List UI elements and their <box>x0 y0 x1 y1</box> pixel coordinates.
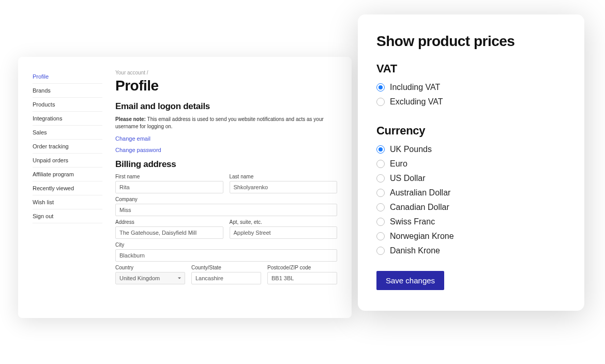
county-input[interactable] <box>191 272 261 284</box>
radio-icon <box>376 145 385 154</box>
apt-label: Apt, suite, etc. <box>230 219 338 225</box>
sidebar-item-sign-out[interactable]: Sign out <box>33 209 102 223</box>
vat-option-including[interactable]: Including VAT <box>376 83 566 92</box>
address-label: Address <box>115 219 223 225</box>
city-input[interactable] <box>115 249 337 262</box>
email-section-heading: Email and logon details <box>115 101 337 112</box>
radio-icon <box>376 98 385 106</box>
currency-option-swiss-franc[interactable]: Swiss Franc <box>376 217 566 226</box>
sidebar: Profile Brands Products Integrations Sal… <box>33 70 102 223</box>
radio-icon <box>376 247 385 255</box>
radio-icon <box>376 189 385 197</box>
sidebar-item-integrations[interactable]: Integrations <box>33 112 102 126</box>
vat-heading: VAT <box>376 62 566 75</box>
radio-icon <box>376 160 385 168</box>
sidebar-item-wish-list[interactable]: Wish list <box>33 195 102 209</box>
sidebar-item-order-tracking[interactable]: Order tracking <box>33 140 102 154</box>
county-label: County/State <box>191 265 261 270</box>
currency-option-label: Euro <box>390 159 407 169</box>
vat-option-label: Including VAT <box>390 83 440 92</box>
radio-icon <box>376 203 385 211</box>
first-name-input[interactable] <box>115 181 223 193</box>
currency-heading: Currency <box>376 124 566 138</box>
currency-option-label: UK Pounds <box>390 145 432 154</box>
radio-icon <box>376 83 385 92</box>
currency-option-euro[interactable]: Euro <box>376 159 566 169</box>
sidebar-item-products[interactable]: Products <box>33 98 102 112</box>
last-name-input[interactable] <box>230 181 338 193</box>
currency-option-danish-krone[interactable]: Danish Krone <box>376 246 566 255</box>
address-input[interactable] <box>115 226 223 239</box>
currency-option-australian-dollar[interactable]: Australian Dollar <box>376 188 566 198</box>
email-note-text: This email address is used to send you w… <box>115 116 324 129</box>
profile-main: Your account / Profile Email and logon d… <box>115 70 337 284</box>
vat-option-excluding[interactable]: Excluding VAT <box>376 97 566 107</box>
sidebar-item-sales[interactable]: Sales <box>33 126 102 140</box>
prices-panel: Show product prices VAT Including VAT Ex… <box>358 14 584 311</box>
city-label: City <box>115 242 337 248</box>
first-name-label: First name <box>115 174 223 179</box>
vat-option-label: Excluding VAT <box>390 97 443 107</box>
currency-option-uk-pounds[interactable]: UK Pounds <box>376 145 566 154</box>
change-email-link[interactable]: Change email <box>115 135 337 142</box>
breadcrumb[interactable]: Your account / <box>115 70 337 75</box>
currency-option-label: Australian Dollar <box>390 188 450 198</box>
currency-option-label: Swiss Franc <box>390 217 435 226</box>
prices-title: Show product prices <box>376 33 566 50</box>
currency-option-label: US Dollar <box>390 174 425 183</box>
radio-icon <box>376 232 385 240</box>
sidebar-item-recently-viewed[interactable]: Recently viewed <box>33 181 102 195</box>
currency-option-norwegian-krone[interactable]: Norwegian Krone <box>376 232 566 241</box>
country-label: Country <box>115 265 185 270</box>
postcode-label: Postcode/ZIP code <box>267 265 337 270</box>
postcode-input[interactable] <box>267 272 337 284</box>
currency-option-label: Norwegian Krone <box>390 232 454 241</box>
radio-icon <box>376 218 385 226</box>
sidebar-item-profile[interactable]: Profile <box>33 70 102 84</box>
page-title: Profile <box>115 78 337 94</box>
last-name-label: Last name <box>230 174 338 179</box>
currency-option-canadian-dollar[interactable]: Canadian Dollar <box>376 203 566 212</box>
email-note-bold: Please note: <box>115 116 146 122</box>
sidebar-item-affiliate-program[interactable]: Affiliate program <box>33 168 102 181</box>
email-note: Please note: This email address is used … <box>115 116 337 130</box>
change-password-link[interactable]: Change password <box>115 147 337 153</box>
radio-icon <box>376 174 385 183</box>
sidebar-item-brands[interactable]: Brands <box>33 84 102 98</box>
profile-panel: Profile Brands Products Integrations Sal… <box>18 57 352 318</box>
save-changes-button[interactable]: Save changes <box>376 271 444 290</box>
apt-input[interactable] <box>230 226 338 239</box>
currency-option-label: Canadian Dollar <box>390 203 449 212</box>
billing-section-heading: Billing address <box>115 159 337 170</box>
country-select[interactable] <box>115 272 185 284</box>
company-input[interactable] <box>115 204 337 216</box>
currency-option-label: Danish Krone <box>390 246 440 255</box>
currency-option-us-dollar[interactable]: US Dollar <box>376 174 566 183</box>
company-label: Company <box>115 196 337 202</box>
sidebar-item-unpaid-orders[interactable]: Unpaid orders <box>33 154 102 168</box>
